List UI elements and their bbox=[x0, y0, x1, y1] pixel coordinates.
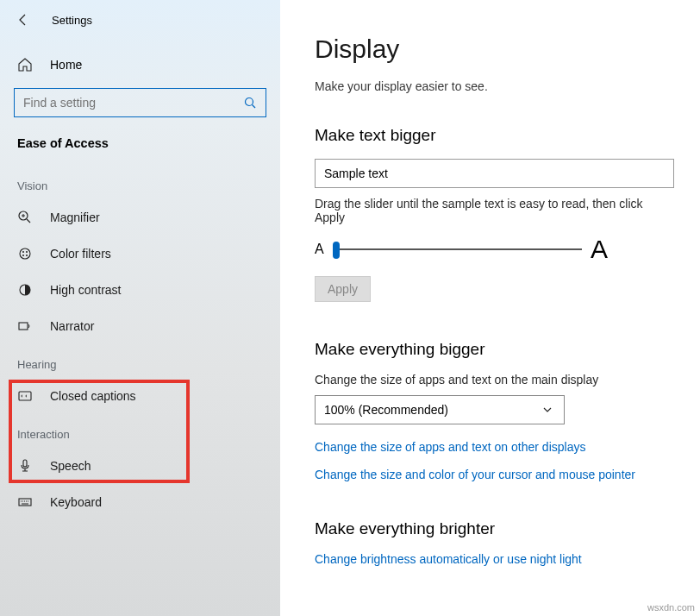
sidebar-item-label: Color filters bbox=[50, 247, 111, 261]
high-contrast-icon bbox=[17, 282, 33, 298]
scale-description: Change the size of apps and text on the … bbox=[315, 373, 674, 387]
slider-description: Drag the slider until the sample text is… bbox=[315, 197, 674, 224]
sidebar-item-label: Magnifier bbox=[50, 211, 100, 224]
color-filters-icon bbox=[17, 246, 33, 261]
sidebar-item-keyboard[interactable]: Keyboard bbox=[0, 484, 280, 520]
chevron-down-icon bbox=[540, 402, 555, 418]
sidebar-item-high-contrast[interactable]: High contrast bbox=[0, 272, 280, 308]
apply-button[interactable]: Apply bbox=[315, 276, 371, 302]
sidebar-item-label: High contrast bbox=[50, 283, 121, 297]
page-title: Display bbox=[315, 35, 674, 64]
page-subtitle: Make your display easier to see. bbox=[315, 79, 674, 93]
group-vision-label: Vision bbox=[0, 166, 280, 199]
dropdown-value: 100% (Recommended) bbox=[324, 403, 448, 417]
slider-max-label: A bbox=[591, 235, 608, 264]
group-hearing-label: Hearing bbox=[0, 344, 280, 378]
closed-captions-icon bbox=[17, 388, 33, 404]
back-icon[interactable] bbox=[16, 12, 31, 28]
svg-point-5 bbox=[22, 255, 24, 256]
link-other-displays[interactable]: Change the size of apps and text on othe… bbox=[315, 440, 674, 454]
slider-min-label: A bbox=[315, 242, 324, 257]
speech-icon bbox=[17, 458, 33, 474]
svg-point-3 bbox=[22, 251, 24, 253]
sidebar-item-closed-captions[interactable]: Closed captions bbox=[0, 378, 280, 414]
narrator-icon bbox=[17, 318, 33, 334]
svg-rect-9 bbox=[19, 392, 31, 400]
svg-point-0 bbox=[245, 97, 253, 105]
heading-text-bigger: Make text bigger bbox=[315, 126, 674, 145]
sidebar-item-magnifier[interactable]: Magnifier bbox=[0, 199, 280, 236]
search-icon[interactable] bbox=[242, 95, 258, 110]
sample-text-input[interactable] bbox=[315, 159, 674, 188]
magnifier-icon bbox=[17, 210, 33, 225]
section-title: Ease of Access bbox=[0, 129, 280, 166]
heading-everything-brighter: Make everything brighter bbox=[315, 519, 674, 538]
sidebar-item-narrator[interactable]: Narrator bbox=[0, 308, 280, 344]
sidebar-item-label: Speech bbox=[50, 459, 91, 473]
sidebar-item-label: Narrator bbox=[50, 319, 94, 333]
slider-thumb[interactable] bbox=[333, 242, 340, 259]
svg-point-6 bbox=[26, 255, 28, 256]
sidebar: Settings Home Ease of Access Vision Magn… bbox=[0, 0, 280, 616]
display-scale-dropdown[interactable]: 100% (Recommended) bbox=[315, 395, 565, 424]
svg-point-2 bbox=[20, 248, 30, 259]
main-content: Display Make your display easier to see.… bbox=[280, 0, 700, 616]
app-title: Settings bbox=[52, 14, 92, 27]
svg-rect-11 bbox=[19, 499, 31, 506]
svg-rect-8 bbox=[19, 323, 28, 330]
link-brightness[interactable]: Change brightness automatically or use n… bbox=[315, 552, 674, 566]
heading-everything-bigger: Make everything bigger bbox=[315, 340, 674, 359]
home-nav[interactable]: Home bbox=[0, 48, 280, 81]
text-size-slider[interactable]: A A bbox=[315, 235, 608, 264]
keyboard-icon bbox=[17, 494, 33, 510]
svg-point-4 bbox=[26, 251, 28, 253]
home-label: Home bbox=[50, 58, 82, 72]
sidebar-item-label: Closed captions bbox=[50, 389, 136, 403]
search-box bbox=[14, 88, 266, 117]
home-icon bbox=[17, 57, 33, 72]
sidebar-item-label: Keyboard bbox=[50, 495, 102, 509]
titlebar: Settings bbox=[0, 7, 280, 43]
sidebar-item-speech[interactable]: Speech bbox=[0, 448, 280, 484]
watermark: wsxdn.com bbox=[647, 602, 695, 613]
link-cursor-pointer[interactable]: Change the size and color of your cursor… bbox=[315, 468, 674, 481]
group-interaction-label: Interaction bbox=[0, 414, 280, 448]
slider-track[interactable] bbox=[333, 248, 582, 250]
sidebar-item-color-filters[interactable]: Color filters bbox=[0, 236, 280, 272]
svg-rect-10 bbox=[23, 460, 27, 467]
search-input[interactable] bbox=[14, 88, 266, 117]
